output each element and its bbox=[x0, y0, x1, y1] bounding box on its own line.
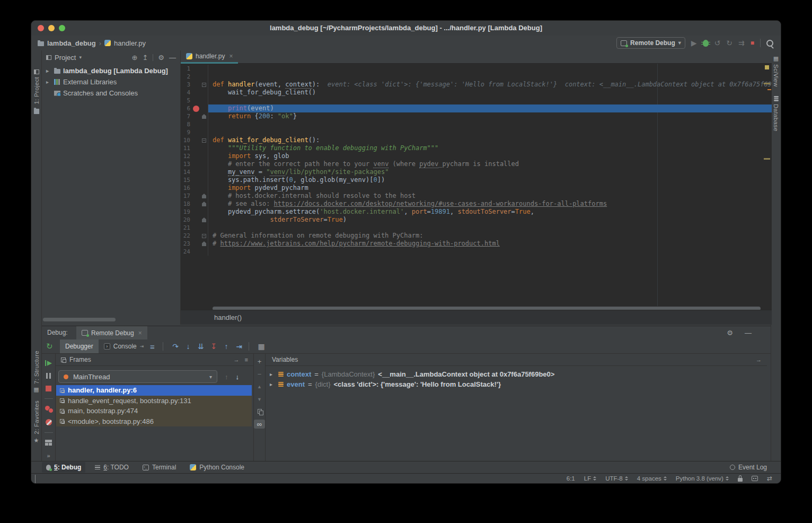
focus-icon[interactable]: → bbox=[756, 356, 762, 363]
frames-menu-icon[interactable]: ≡ bbox=[245, 356, 248, 363]
fold-marker-icon[interactable] bbox=[202, 194, 206, 198]
stripe-structure-button[interactable]: 7: Structure ▦ bbox=[31, 351, 41, 393]
interpreter-widget[interactable]: Python 3.8 (venv) bbox=[676, 475, 729, 482]
step-into-my-code-button[interactable]: ↧ bbox=[207, 342, 220, 351]
error-stripe-mark[interactable] bbox=[764, 158, 770, 160]
breadcrumb-file[interactable]: handler.py bbox=[114, 39, 146, 47]
view-breakpoints-button[interactable] bbox=[45, 406, 52, 412]
fold-marker-icon[interactable] bbox=[202, 202, 206, 206]
more-actions-icon[interactable]: » bbox=[47, 452, 50, 459]
tree-item-project-root[interactable]: ▸ lambda_debug [Lambda Debug] bbox=[42, 65, 180, 76]
fold-marker-icon[interactable] bbox=[202, 114, 206, 119]
tree-item-external-libraries[interactable]: ▸ External Libraries bbox=[42, 76, 180, 88]
code-line[interactable]: 10def wait_for_debug_client(): bbox=[181, 136, 772, 144]
line-number[interactable]: 14 bbox=[181, 168, 190, 176]
hide-panel-icon[interactable]: — bbox=[745, 329, 752, 337]
variable-row[interactable]: ▸ context = {LambdaContext} <__main__.La… bbox=[266, 369, 767, 379]
stack-frame[interactable]: main, bootstrap.py:474 bbox=[56, 406, 252, 416]
caret-position-widget[interactable]: 6:1 bbox=[567, 475, 575, 482]
chevron-down-icon[interactable]: ▾ bbox=[79, 55, 82, 60]
code-line[interactable]: 14 my_venv = "venv/lib/python*/site-pack… bbox=[181, 168, 772, 176]
code-line[interactable]: 23# https://www.jetbrains.com/help/pycha… bbox=[181, 240, 772, 248]
thread-select[interactable]: MainThread ▾ bbox=[58, 370, 217, 383]
expand-arrow-icon[interactable]: ▸ bbox=[270, 371, 275, 377]
fold-marker-icon[interactable] bbox=[202, 138, 206, 143]
add-watch-icon[interactable]: + bbox=[258, 358, 262, 365]
code-line[interactable]: 4 wait_for_debug_client() bbox=[181, 89, 772, 97]
line-number[interactable]: 11 bbox=[181, 144, 190, 152]
stop-button[interactable] bbox=[46, 386, 51, 391]
move-up-icon[interactable]: ▲ bbox=[257, 383, 262, 390]
encoding-widget[interactable]: UTF-8 bbox=[605, 475, 628, 482]
event-log-button[interactable]: Event Log bbox=[730, 461, 767, 473]
project-horizontal-scrollbar[interactable] bbox=[43, 318, 116, 321]
line-number[interactable]: 24 bbox=[181, 248, 190, 256]
line-number[interactable]: 15 bbox=[181, 176, 190, 184]
line-number[interactable]: 20 bbox=[181, 216, 190, 224]
code-line[interactable]: 13 # enter the correct path here to your… bbox=[181, 160, 772, 168]
move-down-icon[interactable]: ▼ bbox=[257, 396, 262, 403]
line-number[interactable]: 18 bbox=[181, 200, 190, 208]
mute-breakpoints-button[interactable] bbox=[46, 419, 52, 425]
settings-gear-icon[interactable]: ⚙ bbox=[158, 54, 164, 62]
show-watches-toggle[interactable]: ∞ bbox=[254, 420, 265, 429]
code-line[interactable]: 24 bbox=[181, 248, 772, 256]
fold-marker-icon[interactable] bbox=[202, 217, 206, 222]
coverage-button[interactable]: ↺ bbox=[714, 39, 721, 47]
next-frame-button[interactable]: ↓ bbox=[236, 373, 240, 381]
run-to-cursor-button[interactable]: ⇥ bbox=[233, 342, 245, 351]
code-line[interactable]: 19 pydevd_pycharm.settrace('host.docker.… bbox=[181, 208, 772, 216]
search-everywhere-icon[interactable] bbox=[766, 40, 773, 47]
line-separator-widget[interactable]: LF bbox=[584, 475, 596, 482]
remove-watch-icon[interactable]: − bbox=[258, 371, 262, 378]
settings-gear-icon[interactable]: ⚙ bbox=[727, 329, 733, 337]
previous-frame-button[interactable]: ↑ bbox=[225, 373, 228, 381]
code-line[interactable]: 21 bbox=[181, 224, 772, 232]
error-stripe-square[interactable] bbox=[765, 65, 769, 69]
toolbar-tab-python-console[interactable]: Python Console bbox=[186, 462, 249, 473]
code-line[interactable]: 1 bbox=[181, 65, 772, 73]
stack-frame[interactable]: handler, handler.py:6 bbox=[56, 385, 252, 396]
line-number[interactable]: 1 bbox=[181, 65, 190, 73]
line-number[interactable]: 6 bbox=[181, 104, 190, 112]
close-tab-icon[interactable]: × bbox=[229, 53, 233, 60]
focus-icon[interactable]: → bbox=[234, 356, 240, 363]
step-over-button[interactable]: ↷ bbox=[169, 342, 182, 351]
duplicate-watch-icon[interactable] bbox=[258, 409, 262, 414]
rerun-button[interactable]: ↻ bbox=[46, 339, 53, 353]
fold-marker-icon[interactable] bbox=[202, 83, 206, 87]
tab-debugger[interactable]: Debugger bbox=[60, 339, 99, 353]
line-number[interactable]: 9 bbox=[181, 128, 190, 136]
error-stripe-mark[interactable] bbox=[764, 83, 770, 84]
profiler-button[interactable]: ↻ bbox=[726, 39, 732, 47]
toolbar-tab-debug[interactable]: 5: Debug bbox=[42, 462, 85, 473]
stripe-database-button[interactable]: Database bbox=[771, 96, 781, 131]
code-line[interactable]: 3def handler(event, context): event: <cl… bbox=[181, 81, 772, 89]
code-viewport[interactable]: 123def handler(event, context): event: <… bbox=[181, 64, 772, 306]
view-as-table-icon[interactable]: ▦ bbox=[255, 342, 268, 351]
unlock-icon[interactable] bbox=[738, 478, 743, 482]
code-line[interactable]: 18 # see also: https://docs.docker.com/d… bbox=[181, 200, 772, 208]
code-line[interactable]: 17 # host.docker.internal should resolve… bbox=[181, 192, 772, 200]
line-number[interactable]: 13 bbox=[181, 160, 190, 168]
code-line[interactable]: 9 bbox=[181, 128, 772, 136]
stack-frame[interactable]: handle_event_request, bootstrap.py:131 bbox=[56, 396, 252, 406]
run-configuration-select[interactable]: Remote Debug ▾ bbox=[616, 37, 685, 49]
code-line[interactable]: 6 print(event) bbox=[181, 104, 772, 112]
indent-widget[interactable]: 4 spaces bbox=[637, 475, 667, 482]
line-number[interactable]: 23 bbox=[181, 240, 190, 248]
current-function-label[interactable]: handler() bbox=[214, 313, 242, 321]
expand-arrow-icon[interactable]: ▸ bbox=[270, 381, 275, 387]
fold-marker-icon[interactable] bbox=[202, 241, 206, 246]
code-line[interactable]: 12 import sys, glob bbox=[181, 152, 772, 160]
stripe-sciview-button[interactable]: ▦ SciView bbox=[771, 56, 781, 87]
code-line[interactable]: 5 bbox=[181, 97, 772, 104]
code-line[interactable]: 15 sys.path.insert(0, glob.glob(my_venv)… bbox=[181, 176, 772, 184]
line-number[interactable]: 8 bbox=[181, 120, 190, 128]
switch-icon[interactable]: ⇄ bbox=[767, 475, 772, 482]
project-panel-title[interactable]: Project bbox=[55, 54, 76, 62]
line-number[interactable]: 3 bbox=[181, 81, 190, 89]
line-number[interactable]: 10 bbox=[181, 136, 190, 144]
line-number[interactable]: 12 bbox=[181, 152, 190, 160]
debug-session-tab[interactable]: Remote Debug × bbox=[76, 326, 147, 339]
